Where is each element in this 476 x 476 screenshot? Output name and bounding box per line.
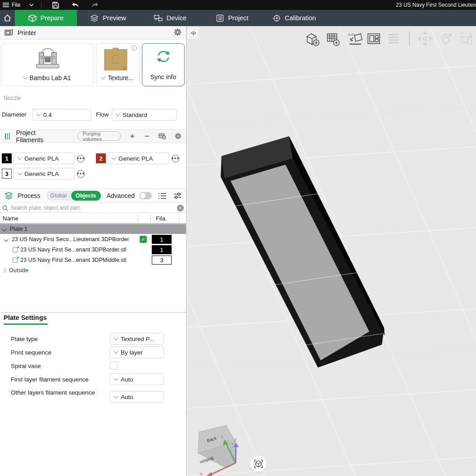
first-layer-sequence-select[interactable]: Auto [110, 373, 164, 385]
printer-select-chevron-icon[interactable] [23, 75, 27, 79]
filament-1-swatch[interactable]: 1 [2, 153, 12, 163]
hamburger-menu-icon[interactable] [0, 0, 12, 10]
print-sequence-select[interactable]: By layer [110, 346, 164, 358]
nozzle-diameter-label: Diameter [2, 111, 27, 118]
filament-3-options-icon[interactable]: ●●● [77, 170, 85, 178]
tab-project[interactable]: Project [201, 10, 263, 26]
remove-filament-icon[interactable]: − [145, 132, 150, 140]
search-clear-icon[interactable]: ✕ [177, 205, 184, 211]
spiral-vase-label: Spiral vase [11, 362, 105, 370]
part-filament-badge[interactable]: 3 [152, 256, 172, 265]
scale-tool-icon[interactable] [461, 33, 471, 44]
filament-3-select[interactable]: Generic PLA [14, 168, 75, 180]
nozzle-diameter-select[interactable]: 0.4 [32, 109, 91, 121]
part-filament-badge[interactable]: 1 [152, 245, 172, 254]
process-icon [5, 192, 13, 200]
undo-icon[interactable] [69, 0, 82, 10]
column-name: Name [3, 215, 18, 222]
advanced-label: Advanced [107, 192, 135, 199]
plate-card[interactable]: i Texture... [96, 43, 140, 86]
printer-image [31, 46, 64, 70]
filament-2-swatch[interactable]: 2 [96, 153, 106, 163]
sidebar-collapse-handle[interactable]: <|> [188, 27, 199, 39]
add-plate-icon[interactable] [327, 34, 340, 46]
redo-icon[interactable] [88, 0, 101, 10]
filament-1-options-icon[interactable]: ●●● [77, 155, 85, 162]
rotate-tool-icon[interactable] [441, 33, 452, 44]
printer-section-title: Printer [18, 29, 36, 36]
plate-name[interactable]: Texture... [108, 74, 134, 81]
tree-row-outside[interactable]: Outside [0, 265, 186, 275]
filament-icon [5, 132, 11, 141]
filament-2-select[interactable]: Generic PLA [108, 153, 169, 164]
ams-sync-icon[interactable] [159, 132, 166, 140]
variable-layer-icon[interactable] [389, 35, 399, 43]
tree-row-object[interactable]: 23 US Navy First Seco...Lieutenant 3DPBo… [0, 234, 186, 244]
viewport-scene[interactable]: Back Bottom y z x [186, 26, 476, 476]
first-layer-sequence-label: First layer filament sequence [11, 376, 105, 384]
viewport-3d[interactable]: Back Bottom y z x <|> [186, 26, 476, 476]
camera-perspective-button[interactable] [250, 456, 267, 472]
purging-volumes-button[interactable]: Purging volumes [77, 131, 121, 141]
filament-1-select[interactable]: Generic PLA [14, 153, 75, 164]
plate-type-label: Plate type [11, 335, 105, 343]
plate-type-select[interactable]: Textured P... [110, 333, 164, 345]
tab-preview[interactable]: Preview [77, 10, 139, 26]
nozzle-flow-select[interactable]: Standard [112, 109, 177, 121]
plate-info-icon[interactable]: i [131, 45, 137, 51]
document-title: 23 US Navy First Second Lieutena [396, 0, 476, 10]
tree-row-part-border[interactable]: + 23 US Navy First Se...enant 3DPBorder.… [0, 245, 186, 255]
plate-image [104, 48, 129, 71]
plate-settings-underline [4, 323, 48, 325]
printer-icon [5, 29, 13, 36]
filament-3-swatch[interactable]: 3 [2, 169, 12, 179]
add-filament-icon[interactable]: + [130, 132, 135, 140]
object-visible-checkbox[interactable]: ✓ [140, 236, 147, 243]
tree-column-header: Name Fila. [0, 214, 186, 224]
spiral-vase-checkbox[interactable] [110, 362, 118, 369]
sync-info-label: Sync info [150, 73, 177, 81]
add-object-icon[interactable] [307, 34, 319, 46]
plate-select-chevron-icon[interactable] [101, 75, 106, 79]
z-axis-arrow [236, 447, 236, 463]
home-tab[interactable] [0, 10, 15, 26]
sync-info-button[interactable]: Sync info [142, 43, 185, 86]
model-3dpborder[interactable] [204, 136, 394, 368]
process-section-header: Process Global Objects Advanced [0, 189, 186, 203]
y-axis-label: y [221, 434, 223, 439]
printer-card[interactable]: Bambu Lab A1 [1, 43, 94, 86]
search-bar: ✕ [0, 203, 186, 213]
plate-settings-title: Plate Settings [4, 314, 47, 321]
arrange-icon[interactable] [368, 34, 380, 44]
object-filament-badge[interactable]: 1 [152, 235, 172, 244]
param-list-icon[interactable] [158, 193, 166, 199]
printer-name[interactable]: Bambu Lab A1 [30, 74, 71, 81]
advanced-toggle[interactable] [139, 192, 152, 199]
process-scope-segmented: Global Objects [46, 191, 101, 201]
divider [0, 312, 186, 313]
tab-prepare[interactable]: Prepare [15, 10, 77, 26]
tab-calibration[interactable]: Calibration [263, 10, 326, 26]
filament-settings-gear-icon[interactable] [175, 132, 181, 140]
auto-orient-icon[interactable]: AUTO [348, 33, 362, 44]
nav-cube[interactable]: Back Bottom y z x [198, 425, 239, 476]
tune-filter-icon[interactable] [173, 192, 181, 199]
printer-settings-gear-icon[interactable] [174, 28, 181, 37]
move-tool-icon[interactable] [418, 32, 432, 45]
tab-device[interactable]: Device [139, 10, 201, 26]
sidebar: Printer Bambu Lab A1 [0, 26, 186, 476]
tree-row-plate[interactable]: Plate 1 [0, 224, 186, 234]
other-layers-sequence-select[interactable]: Auto [110, 391, 164, 403]
search-input[interactable] [10, 205, 175, 211]
part-icon: + [13, 247, 18, 252]
save-icon[interactable] [50, 0, 62, 10]
x-axis-label: x [200, 471, 203, 476]
tree-row-part-middle[interactable]: + 23 US Navy First Se...enant 3DPMiddle.… [0, 255, 186, 265]
filament-2-options-icon[interactable]: ●●● [172, 155, 179, 162]
file-menu[interactable]: File [12, 2, 20, 8]
chevron-down-icon[interactable] [27, 0, 36, 10]
segment-global[interactable]: Global [46, 191, 71, 201]
filaments-section-title: Project Filaments [16, 129, 58, 144]
title-bar: File 23 US Navy First Second Lieutena [0, 0, 476, 10]
segment-objects[interactable]: Objects [71, 191, 101, 201]
